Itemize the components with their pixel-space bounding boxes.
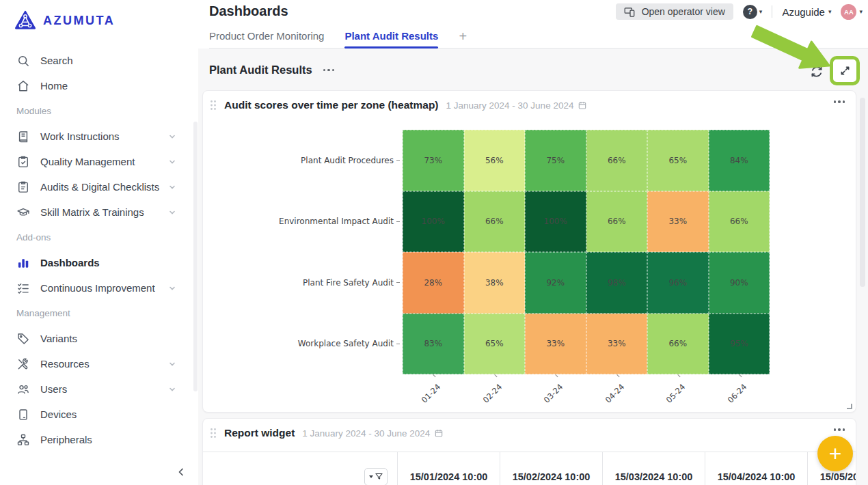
widget-resize-handle[interactable] — [847, 404, 852, 409]
help-menu[interactable]: ? ▾ — [743, 5, 763, 19]
heatmap-cell[interactable]: 66% — [709, 191, 770, 253]
heatmap-cell[interactable]: 95% — [709, 314, 770, 375]
account-menu[interactable]: Azuguide ▾ — [782, 6, 831, 18]
heatmap-cell-value: 73% — [424, 156, 442, 165]
sidebar-item-work-instructions[interactable]: Work Instructions — [0, 124, 198, 149]
heatmap-cell[interactable]: 38% — [464, 252, 526, 314]
heatmap-cell[interactable]: 33% — [525, 314, 586, 375]
heatmap-overflow-menu-icon[interactable] — [834, 100, 845, 103]
report-widget-header: Report widget 1 January 2024 - 30 June 2… — [210, 427, 845, 439]
report-table-header-row: 15/01/2024 10:00 15/02/2024 10:00 15/03/… — [203, 452, 856, 485]
sidebar-item-resources[interactable]: Resources — [0, 351, 198, 376]
add-tab-button[interactable]: + — [459, 30, 467, 48]
heatmap-x-label: 04-24 — [603, 382, 627, 405]
chevron-down-icon — [168, 385, 176, 393]
sidebar-item-peripherals[interactable]: Peripherals — [0, 427, 198, 452]
sidebar-item-skill-matrix-trainings[interactable]: Skill Matrix & Trainings — [0, 199, 198, 225]
heatmap-cell[interactable]: 84% — [709, 130, 770, 191]
sidebar-item-audits-digital-checklists[interactable]: Audits & Digital Checklists — [0, 174, 198, 199]
heatmap-cell-value: 84% — [730, 156, 748, 165]
heatmap-cell[interactable]: 98% — [586, 252, 648, 314]
refresh-button[interactable] — [809, 64, 824, 79]
section-overflow-menu-icon[interactable] — [323, 69, 335, 72]
sidebar-nav: Search Home Modules Work Instructions Qu… — [0, 48, 198, 452]
tab-product-order-monitoring[interactable]: Product Order Monitoring — [209, 30, 324, 48]
expand-dashboard-button[interactable] — [839, 64, 852, 77]
heatmap-cell[interactable]: 65% — [647, 130, 709, 191]
heatmap-cell-value: 75% — [546, 156, 565, 165]
sidebar-item-label: Quality Management — [40, 156, 135, 167]
avatar-menu[interactable]: AA ▾ — [841, 4, 863, 20]
heatmap-cell[interactable]: 100% — [403, 191, 464, 253]
help-icon: ? — [743, 5, 757, 19]
heatmap-cell[interactable]: 66% — [464, 191, 526, 253]
date-range-label: 1 January 2024 - 30 June 2024 — [302, 428, 430, 439]
report-column-header: 15/03/2024 10:00 — [602, 452, 705, 485]
caret-down-icon: ▾ — [859, 8, 863, 15]
heatmap-cell[interactable]: 66% — [586, 191, 648, 253]
heatmap-cell-value: 95% — [730, 339, 748, 348]
tab-plant-audit-results[interactable]: Plant Audit Results — [344, 30, 438, 48]
heatmap-widget-header: Audit scores over time per zone (heatmap… — [210, 99, 845, 111]
sidebar-item-label: Variants — [40, 333, 77, 344]
brand-logo[interactable]: AZUMUTA — [15, 10, 115, 31]
heatmap-widget: Audit scores over time per zone (heatmap… — [202, 90, 856, 413]
heatmap-cell[interactable]: 33% — [647, 191, 709, 253]
heatmap-cell-value: 66% — [730, 217, 748, 226]
heatmap-cell-value: 100% — [544, 217, 567, 226]
sidebar-scrollbar[interactable] — [193, 122, 198, 391]
heatmap-cell-value: 33% — [668, 217, 687, 226]
filter-button[interactable] — [364, 468, 388, 485]
heatmap-cell[interactable]: 66% — [586, 130, 648, 191]
heatmap-cell[interactable]: 75% — [525, 130, 586, 191]
report-overflow-menu-icon[interactable] — [834, 428, 845, 431]
heatmap-cell[interactable]: 73% — [403, 130, 464, 191]
sidebar-item-label: Continuous Improvement — [40, 282, 155, 294]
section-header: Plant Audit Results — [209, 64, 334, 77]
sidebar-item-devices[interactable]: Devices — [0, 402, 198, 427]
sidebar-section-modules: Modules — [0, 98, 198, 124]
heatmap-cell[interactable]: 83% — [403, 314, 464, 375]
tag-icon — [16, 332, 30, 346]
heatmap-cell[interactable]: 66% — [647, 314, 709, 375]
page-scrollbar[interactable] — [860, 98, 865, 287]
heatmap-cell-value: 56% — [485, 156, 504, 165]
sidebar-item-home[interactable]: Home — [0, 73, 198, 98]
chevron-down-icon — [168, 183, 176, 191]
sidebar-item-dashboards[interactable]: Dashboards — [0, 250, 198, 275]
heatmap-cell[interactable]: 28% — [403, 252, 464, 314]
heatmap-cell[interactable]: 33% — [586, 314, 648, 375]
heatmap-row-label: Plant Audit Procedures — [203, 130, 400, 191]
device-icon — [16, 408, 30, 421]
heatmap-date-range[interactable]: 1 January 2024 - 30 June 2024 — [446, 100, 588, 111]
azumuta-logo-icon — [15, 10, 36, 31]
add-widget-fab[interactable]: + — [817, 436, 853, 471]
heatmap-cell-value: 66% — [668, 339, 687, 348]
drag-handle-icon[interactable] — [210, 100, 217, 111]
heatmap-cell-value: 98% — [608, 278, 626, 288]
report-date-range[interactable]: 1 January 2024 - 30 June 2024 — [302, 428, 444, 439]
chevron-down-icon — [168, 208, 176, 217]
heatmap-cell[interactable]: 100% — [525, 191, 586, 253]
heatmap-cell[interactable]: 92% — [525, 252, 586, 314]
home-icon — [16, 79, 30, 93]
heatmap-cell[interactable]: 56% — [464, 130, 526, 191]
sidebar-item-label: Work Instructions — [40, 130, 120, 142]
heatmap-cell[interactable]: 90% — [709, 252, 770, 314]
open-operator-view-button[interactable]: Open operator view — [616, 3, 733, 20]
heatmap-cell[interactable]: 65% — [464, 314, 526, 375]
heatmap-cell-value: 33% — [608, 339, 626, 348]
sidebar-item-users[interactable]: Users — [0, 376, 198, 402]
chevron-down-icon — [168, 133, 176, 141]
sidebar-item-continuous-improvement[interactable]: Continuous Improvement — [0, 275, 198, 301]
drag-handle-icon[interactable] — [210, 428, 217, 439]
heatmap-cell-value: 28% — [424, 278, 442, 288]
heatmap-cell[interactable]: 96% — [647, 252, 709, 314]
sidebar-collapse-button[interactable] — [174, 465, 189, 480]
network-icon — [16, 433, 30, 447]
sidebar-item-variants[interactable]: Variants — [0, 326, 198, 351]
sidebar-item-quality-management[interactable]: Quality Management — [0, 149, 198, 174]
expand-icon — [839, 64, 852, 77]
app-window: AZUMUTA Search Home Modules Work Instruc… — [0, 0, 868, 485]
sidebar-item-search[interactable]: Search — [0, 48, 198, 73]
